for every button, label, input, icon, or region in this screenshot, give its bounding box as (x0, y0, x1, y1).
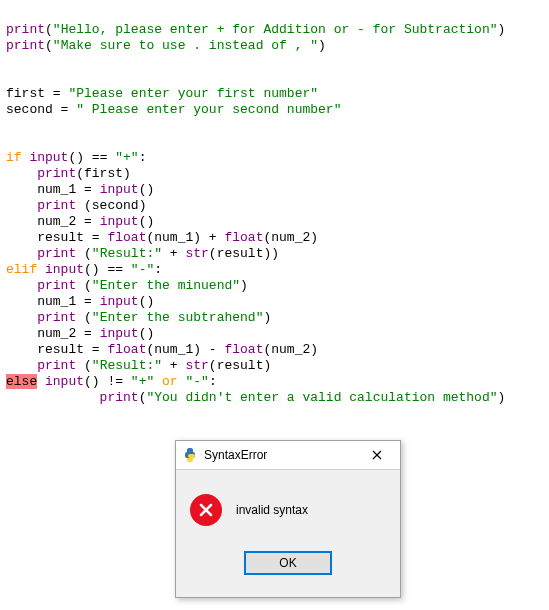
error-icon (190, 494, 222, 526)
float-call: float (224, 342, 263, 357)
input-call: input (100, 182, 139, 197)
print-call: print (6, 278, 76, 293)
print-call: print (6, 390, 139, 405)
ok-button[interactable]: OK (245, 552, 331, 574)
svg-rect-1 (188, 454, 195, 458)
string-literal: "+" (115, 150, 138, 165)
assignment: second = (6, 102, 76, 117)
input-call: input (37, 374, 84, 389)
code-editor: print("Hello, please enter + for Additio… (0, 0, 549, 412)
keyword-or: or (154, 374, 185, 389)
close-button[interactable] (360, 441, 394, 469)
print-call: print (6, 246, 76, 261)
string-literal: " Please enter your second number" (76, 102, 341, 117)
keyword-else-error-highlight: else (6, 374, 37, 389)
print-call: print (6, 22, 45, 37)
keyword-elif: elif (6, 262, 37, 277)
string-literal: "Enter the minuend" (92, 278, 240, 293)
input-call: input (100, 214, 139, 229)
string-literal: "Make sure to use . instead of , " (53, 38, 318, 53)
print-call: print (6, 38, 45, 53)
assignment: first = (6, 86, 68, 101)
string-literal: "+" (131, 374, 154, 389)
string-literal: "Result:" (92, 358, 162, 373)
string-literal: "Hello, please enter + for Addition or -… (53, 22, 498, 37)
float-call: float (107, 342, 146, 357)
dialog-message: invalid syntax (236, 502, 308, 518)
str-call: str (185, 358, 208, 373)
input-call: input (100, 294, 139, 309)
string-literal: "You didn't enter a valid calculation me… (146, 390, 497, 405)
str-call: str (185, 246, 208, 261)
print-call: print (6, 198, 76, 213)
string-literal: "Result:" (92, 246, 162, 261)
syntax-error-dialog: SyntaxError invalid syntax OK (175, 440, 401, 598)
string-literal: "-" (185, 374, 208, 389)
print-call: print (6, 166, 76, 181)
input-call: input (22, 150, 69, 165)
float-call: float (224, 230, 263, 245)
input-call: input (100, 326, 139, 341)
string-literal: "-" (131, 262, 154, 277)
keyword-if: if (6, 150, 22, 165)
string-literal: "Please enter your first number" (68, 86, 318, 101)
python-icon (182, 447, 198, 463)
print-call: print (6, 358, 76, 373)
input-call: input (37, 262, 84, 277)
print-call: print (6, 310, 76, 325)
dialog-title: SyntaxError (204, 447, 360, 463)
dialog-titlebar[interactable]: SyntaxError (176, 441, 400, 470)
float-call: float (107, 230, 146, 245)
string-literal: "Enter the subtrahend" (92, 310, 264, 325)
dialog-footer: OK (176, 540, 400, 586)
dialog-body: invalid syntax (176, 470, 400, 540)
